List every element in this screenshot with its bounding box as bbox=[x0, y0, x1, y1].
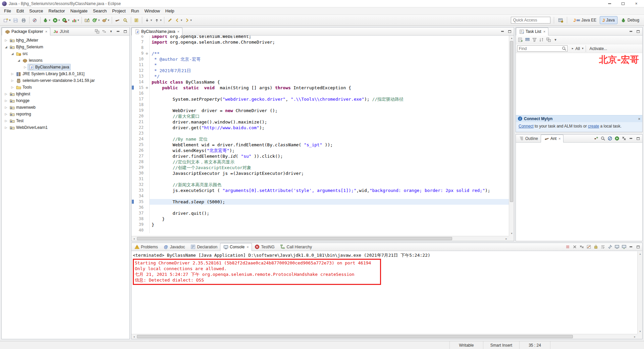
code-line-30[interactable]: 30 JavascriptExecutor js =(JavascriptExe… bbox=[131, 170, 509, 176]
menu-refactor[interactable]: Refactor bbox=[46, 8, 68, 14]
scroll-right-icon[interactable]: ▸ bbox=[504, 236, 509, 241]
code-line-12[interactable]: 12 * 2021年7月21日 bbox=[131, 68, 509, 73]
editor-horizontal-scrollbar[interactable]: ◂ ▸ bbox=[131, 236, 509, 241]
scroll-down-icon[interactable]: ▾ bbox=[638, 329, 643, 334]
open-console-button[interactable] bbox=[621, 244, 627, 250]
maximize-button[interactable] bbox=[122, 29, 128, 35]
expand-twisty-icon[interactable]: ▷ bbox=[4, 39, 8, 42]
minimize-button[interactable] bbox=[628, 244, 634, 250]
expand-twisty-icon[interactable]: ▷ bbox=[4, 119, 8, 122]
menu-window[interactable]: Window bbox=[142, 8, 163, 14]
search-buildfiles-button[interactable] bbox=[600, 136, 606, 142]
dropdown-arrow-icon[interactable]: ▾ bbox=[58, 18, 60, 22]
code-line-39[interactable]: 39} bbox=[131, 222, 509, 228]
console-horizontal-scrollbar[interactable]: ◂ ▸ bbox=[131, 334, 637, 339]
close-icon[interactable]: × bbox=[247, 245, 249, 249]
menu-navigate[interactable]: Navigate bbox=[68, 8, 90, 14]
code-line-7[interactable]: 7import org.openqa.selenium.chrome.Chrom… bbox=[131, 39, 509, 45]
dropdown-arrow-icon[interactable]: ▾ bbox=[98, 18, 100, 22]
menu-file[interactable]: File bbox=[1, 8, 14, 14]
code-area[interactable]: 6import org.openqa.selenium.WebElement;7… bbox=[131, 36, 509, 236]
dropdown-arrow-icon[interactable]: ▾ bbox=[181, 18, 182, 22]
tree-item-lessons[interactable]: ◢lessons bbox=[2, 57, 129, 64]
add-buildfiles-button[interactable] bbox=[593, 136, 599, 142]
categorize-button[interactable] bbox=[524, 37, 530, 43]
code-line-37[interactable]: 37 driver.quit(); bbox=[131, 210, 509, 216]
minimize-button[interactable] bbox=[628, 29, 634, 35]
insert-mode-status[interactable]: Smart Insert bbox=[483, 341, 519, 349]
toggle-mark-occurrences-button[interactable] bbox=[132, 16, 141, 24]
code-line-15[interactable]: 15⊖ public static void main(String [] ar… bbox=[131, 85, 509, 91]
code-line-38[interactable]: 38 } bbox=[131, 216, 509, 222]
remove-launch-button[interactable] bbox=[572, 244, 578, 250]
maximize-button[interactable] bbox=[506, 29, 513, 35]
sort-button[interactable] bbox=[538, 37, 544, 43]
next-annotation-button[interactable]: ▾ bbox=[144, 16, 153, 24]
expand-twisty-icon[interactable]: ▷ bbox=[10, 72, 15, 76]
minimize-button[interactable] bbox=[499, 29, 505, 35]
tab-junit[interactable]: Ju JUnit bbox=[50, 28, 71, 35]
terminate-button[interactable] bbox=[565, 244, 571, 250]
new-java-class-button[interactable]: C▾ bbox=[91, 16, 101, 24]
collapse-all-button[interactable] bbox=[94, 29, 100, 35]
collapse-twisty-icon[interactable]: ◢ bbox=[16, 59, 21, 62]
tree-item-mavenweb[interactable]: ▷mavenweb bbox=[2, 104, 129, 111]
clear-console-button[interactable] bbox=[586, 244, 592, 250]
remove-all-launches-button[interactable] bbox=[579, 244, 585, 250]
tree-item-hongge[interactable]: ▷hongge bbox=[2, 97, 129, 104]
perspective-java-ee[interactable]: JEEJava EE bbox=[571, 16, 599, 24]
fold-collapse-icon[interactable]: ⊖ bbox=[145, 85, 150, 91]
scroll-left-icon[interactable]: ◂ bbox=[131, 236, 137, 241]
console-vertical-scrollbar[interactable]: ▴ ▾ bbox=[637, 251, 642, 334]
previous-annotation-button[interactable]: ▾ bbox=[153, 16, 163, 24]
code-line-6[interactable]: 6import org.openqa.selenium.WebElement; bbox=[131, 36, 509, 39]
find-scope-all[interactable]: All bbox=[575, 46, 581, 51]
display-selected-console-button[interactable] bbox=[614, 244, 620, 250]
tab-call-hierarchy[interactable]: Call Hierarchy bbox=[277, 243, 315, 251]
new-java-package-button[interactable]: ▾ bbox=[101, 16, 110, 24]
cursor-position-status[interactable]: 35 : 24 bbox=[519, 341, 550, 349]
expand-twisty-icon[interactable]: ▷ bbox=[4, 112, 8, 116]
mylyn-connect-link[interactable]: Connect bbox=[519, 124, 534, 129]
tree-item-selenium-server-standalone-3-141-59-jar[interactable]: ▷selenium-server-standalone-3.141.59.jar bbox=[2, 77, 129, 84]
expand-twisty-icon[interactable]: ▷ bbox=[10, 86, 15, 89]
last-edit-location-button[interactable] bbox=[166, 16, 174, 24]
dropdown-arrow-icon[interactable]: ▾ bbox=[151, 18, 152, 22]
dropdown-arrow-icon[interactable]: ▾ bbox=[9, 18, 11, 22]
fold-collapse-icon[interactable]: ⊖ bbox=[145, 51, 150, 56]
dropdown-arrow-icon[interactable]: ▾ bbox=[49, 18, 51, 22]
menu-help[interactable]: Help bbox=[163, 8, 177, 14]
tree-item-bjhg-jmeter[interactable]: ▷bjhg_JMeter bbox=[2, 37, 129, 44]
window-close-button[interactable]: × bbox=[631, 0, 642, 7]
code-line-22[interactable]: 22 driver.get("http://www.baidu.com"); bbox=[131, 125, 509, 131]
tree-item-tools[interactable]: ▷Tools bbox=[2, 84, 129, 91]
code-line-13[interactable]: 13 */ bbox=[131, 73, 509, 79]
tab-testng[interactable]: NTestNG bbox=[252, 243, 277, 251]
code-line-18[interactable]: 18 bbox=[131, 102, 509, 108]
dropdown-arrow-icon[interactable]: ▾ bbox=[160, 18, 162, 22]
view-menu-button[interactable]: ▾ bbox=[552, 37, 558, 43]
tree-item-bjhg-selenium[interactable]: ◢Bjhg_Selenium bbox=[2, 44, 129, 50]
save-button[interactable] bbox=[12, 16, 20, 24]
view-menu-button[interactable]: ▾ bbox=[108, 29, 114, 35]
code-line-36[interactable]: 36 bbox=[131, 205, 509, 210]
code-line-8[interactable]: 8 bbox=[131, 45, 509, 51]
tree-item-jre-system-library-jdk1-8-0-181[interactable]: ▷JRE System Library [jdk1.8.0_181] bbox=[2, 70, 129, 77]
code-line-10[interactable]: 10 * @author 北京-宏哥 bbox=[131, 56, 509, 62]
code-line-11[interactable]: 11 * bbox=[131, 62, 509, 68]
tab-console[interactable]: Console× bbox=[220, 243, 252, 251]
scroll-left-icon[interactable]: ◂ bbox=[131, 334, 137, 339]
close-icon[interactable]: × bbox=[543, 30, 545, 34]
minimize-button[interactable] bbox=[115, 29, 121, 35]
tree-item-bjhgtest[interactable]: ▷bjhgtest bbox=[2, 91, 129, 97]
run-external-tools-button[interactable]: ▾ bbox=[61, 16, 71, 24]
code-line-20[interactable]: 20 //最大化窗口 bbox=[131, 113, 509, 119]
title-bar[interactable]: Java - Bjhg_Selenium/src/lessons/ByClass… bbox=[0, 0, 644, 7]
filter-internal-targets-button[interactable] bbox=[607, 136, 613, 142]
code-line-33[interactable]: 33 js.executeScript ( "arguments[0].setA… bbox=[131, 188, 509, 193]
coverage-button[interactable]: ▾ bbox=[70, 16, 80, 24]
new-task-button[interactable] bbox=[517, 37, 523, 43]
quick-access-input[interactable] bbox=[511, 17, 550, 23]
tab-problems[interactable]: Problems bbox=[131, 243, 161, 251]
scroll-down-icon[interactable]: ▾ bbox=[509, 231, 514, 236]
